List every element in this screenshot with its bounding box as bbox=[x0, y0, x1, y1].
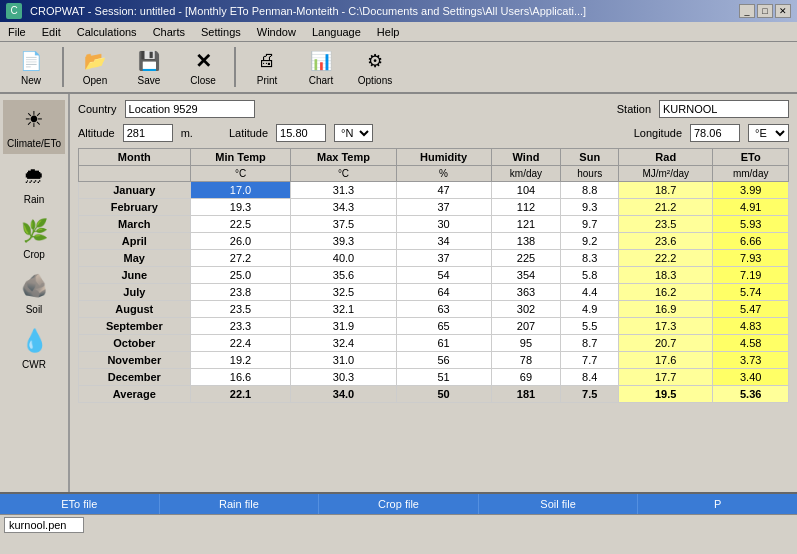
print-button[interactable]: 🖨 Print bbox=[242, 45, 292, 89]
maximize-button[interactable]: □ bbox=[757, 4, 773, 18]
cell-eto[interactable]: 6.66 bbox=[713, 233, 789, 250]
cell-month[interactable]: December bbox=[79, 369, 191, 386]
chart-button[interactable]: 📊 Chart bbox=[296, 45, 346, 89]
cell-humidity[interactable]: 54 bbox=[396, 267, 491, 284]
cell-maxtemp[interactable]: 32.1 bbox=[291, 301, 396, 318]
cell-eto[interactable]: 3.99 bbox=[713, 182, 789, 199]
cell-sun[interactable]: 9.2 bbox=[561, 233, 619, 250]
save-button[interactable]: 💾 Save bbox=[124, 45, 174, 89]
cell-maxtemp[interactable]: 37.5 bbox=[291, 216, 396, 233]
cell-mintemp[interactable]: 22.5 bbox=[190, 216, 291, 233]
cell-maxtemp[interactable]: 39.3 bbox=[291, 233, 396, 250]
table-row[interactable]: March22.537.5301219.723.55.93 bbox=[79, 216, 789, 233]
cell-rad[interactable]: 23.5 bbox=[619, 216, 713, 233]
tab-p[interactable]: P bbox=[638, 494, 797, 514]
table-row[interactable]: September23.331.9652075.517.34.83 bbox=[79, 318, 789, 335]
cell-rad[interactable]: 20.7 bbox=[619, 335, 713, 352]
cell-maxtemp[interactable]: 31.3 bbox=[291, 182, 396, 199]
cell-sun[interactable]: 5.5 bbox=[561, 318, 619, 335]
cell-eto[interactable]: 3.40 bbox=[713, 369, 789, 386]
cell-wind[interactable]: 95 bbox=[491, 335, 561, 352]
cell-month[interactable]: June bbox=[79, 267, 191, 284]
cell-wind[interactable]: 354 bbox=[491, 267, 561, 284]
cell-sun[interactable]: 8.7 bbox=[561, 335, 619, 352]
cell-wind[interactable]: 69 bbox=[491, 369, 561, 386]
cell-mintemp[interactable]: 16.6 bbox=[190, 369, 291, 386]
menu-language[interactable]: Language bbox=[308, 25, 365, 39]
country-input[interactable] bbox=[125, 100, 255, 118]
table-row[interactable]: May27.240.0372258.322.27.93 bbox=[79, 250, 789, 267]
cell-sun[interactable]: 8.3 bbox=[561, 250, 619, 267]
sidebar-item-cwr[interactable]: 💧 CWR bbox=[3, 321, 65, 374]
cell-month[interactable]: November bbox=[79, 352, 191, 369]
cell-eto[interactable]: 3.73 bbox=[713, 352, 789, 369]
cell-eto[interactable]: 5.74 bbox=[713, 284, 789, 301]
table-row[interactable]: October22.432.461958.720.74.58 bbox=[79, 335, 789, 352]
menu-window[interactable]: Window bbox=[253, 25, 300, 39]
cell-mintemp[interactable]: 23.5 bbox=[190, 301, 291, 318]
cell-month[interactable]: January bbox=[79, 182, 191, 199]
cell-maxtemp[interactable]: 35.6 bbox=[291, 267, 396, 284]
cell-mintemp[interactable]: 26.0 bbox=[190, 233, 291, 250]
cell-humidity[interactable]: 51 bbox=[396, 369, 491, 386]
cell-sun[interactable]: 4.4 bbox=[561, 284, 619, 301]
cell-sun[interactable]: 8.8 bbox=[561, 182, 619, 199]
cell-rad[interactable]: 17.7 bbox=[619, 369, 713, 386]
close-button[interactable]: ✕ Close bbox=[178, 45, 228, 89]
cell-humidity[interactable]: 30 bbox=[396, 216, 491, 233]
table-row[interactable]: November19.231.056787.717.63.73 bbox=[79, 352, 789, 369]
cell-wind[interactable]: 78 bbox=[491, 352, 561, 369]
new-button[interactable]: 📄 New bbox=[6, 45, 56, 89]
table-row[interactable]: August23.532.1633024.916.95.47 bbox=[79, 301, 789, 318]
cell-rad[interactable]: 16.9 bbox=[619, 301, 713, 318]
cell-wind[interactable]: 302 bbox=[491, 301, 561, 318]
cell-maxtemp[interactable]: 40.0 bbox=[291, 250, 396, 267]
cell-month[interactable]: May bbox=[79, 250, 191, 267]
cell-rad[interactable]: 16.2 bbox=[619, 284, 713, 301]
table-row[interactable]: April26.039.3341389.223.66.66 bbox=[79, 233, 789, 250]
cell-sun[interactable]: 4.9 bbox=[561, 301, 619, 318]
cell-month[interactable]: February bbox=[79, 199, 191, 216]
cell-eto[interactable]: 5.93 bbox=[713, 216, 789, 233]
table-row[interactable]: January17.031.3471048.818.73.99 bbox=[79, 182, 789, 199]
options-button[interactable]: ⚙ Options bbox=[350, 45, 400, 89]
cell-rad[interactable]: 18.7 bbox=[619, 182, 713, 199]
cell-humidity[interactable]: 37 bbox=[396, 250, 491, 267]
cell-sun[interactable]: 9.3 bbox=[561, 199, 619, 216]
cell-humidity[interactable]: 61 bbox=[396, 335, 491, 352]
table-row[interactable]: December16.630.351698.417.73.40 bbox=[79, 369, 789, 386]
cell-humidity[interactable]: 47 bbox=[396, 182, 491, 199]
cell-sun[interactable]: 7.7 bbox=[561, 352, 619, 369]
sidebar-item-rain[interactable]: 🌧 Rain bbox=[3, 156, 65, 209]
tab-crop-file[interactable]: Crop file bbox=[319, 494, 479, 514]
cell-humidity[interactable]: 37 bbox=[396, 199, 491, 216]
cell-humidity[interactable]: 64 bbox=[396, 284, 491, 301]
tab-eto-file[interactable]: ETo file bbox=[0, 494, 160, 514]
cell-rad[interactable]: 21.2 bbox=[619, 199, 713, 216]
cell-mintemp[interactable]: 23.3 bbox=[190, 318, 291, 335]
cell-rad[interactable]: 17.6 bbox=[619, 352, 713, 369]
cell-month[interactable]: September bbox=[79, 318, 191, 335]
sidebar-item-crop[interactable]: 🌿 Crop bbox=[3, 211, 65, 264]
cell-eto[interactable]: 7.93 bbox=[713, 250, 789, 267]
cell-maxtemp[interactable]: 31.9 bbox=[291, 318, 396, 335]
cell-mintemp[interactable]: 22.4 bbox=[190, 335, 291, 352]
cell-rad[interactable]: 17.3 bbox=[619, 318, 713, 335]
cell-month[interactable]: April bbox=[79, 233, 191, 250]
table-row[interactable]: February19.334.3371129.321.24.91 bbox=[79, 199, 789, 216]
menu-settings[interactable]: Settings bbox=[197, 25, 245, 39]
cell-maxtemp[interactable]: 32.4 bbox=[291, 335, 396, 352]
table-row[interactable]: June25.035.6543545.818.37.19 bbox=[79, 267, 789, 284]
menu-charts[interactable]: Charts bbox=[149, 25, 189, 39]
cell-eto[interactable]: 4.91 bbox=[713, 199, 789, 216]
cell-sun[interactable]: 5.8 bbox=[561, 267, 619, 284]
cell-wind[interactable]: 225 bbox=[491, 250, 561, 267]
longitude-input[interactable] bbox=[690, 124, 740, 142]
latitude-input[interactable] bbox=[276, 124, 326, 142]
table-row[interactable]: July23.832.5643634.416.25.74 bbox=[79, 284, 789, 301]
longitude-dir-select[interactable]: °E °W bbox=[748, 124, 789, 142]
cell-rad[interactable]: 22.2 bbox=[619, 250, 713, 267]
altitude-input[interactable] bbox=[123, 124, 173, 142]
cell-sun[interactable]: 8.4 bbox=[561, 369, 619, 386]
cell-eto[interactable]: 4.58 bbox=[713, 335, 789, 352]
